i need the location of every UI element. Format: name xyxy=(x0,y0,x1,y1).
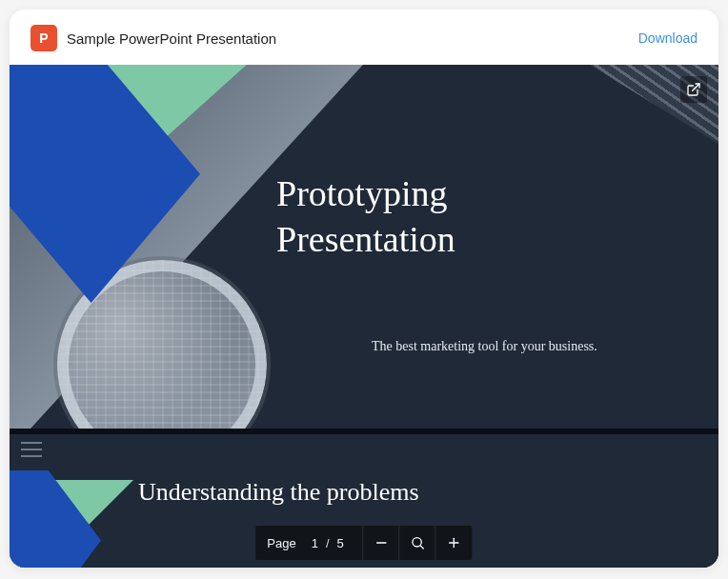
slides-area: Prototyping Presentation The best market… xyxy=(10,65,718,568)
svg-line-0 xyxy=(693,84,699,90)
powerpoint-icon-letter: P xyxy=(39,30,48,46)
plus-icon xyxy=(447,535,462,550)
zoom-reset-button[interactable] xyxy=(400,526,436,560)
open-external-button[interactable] xyxy=(680,76,707,103)
viewer-card: P Sample PowerPoint Presentation Downloa… xyxy=(10,10,718,568)
magnifier-icon xyxy=(410,535,425,550)
slide-2: Understanding the problems Page 1 / 5 xyxy=(10,434,718,568)
svg-point-2 xyxy=(413,538,421,547)
slide-1-subtitle: The best marketing tool for your busines… xyxy=(372,339,597,354)
zoom-out-button[interactable] xyxy=(364,526,400,560)
download-link[interactable]: Download xyxy=(638,30,698,46)
page-total: 5 xyxy=(330,536,352,550)
powerpoint-icon: P xyxy=(30,25,57,51)
slide-1-title-line1: Prototyping xyxy=(276,173,447,213)
slide-1-title-line2: Presentation xyxy=(276,219,455,259)
page-label: Page xyxy=(267,536,303,550)
page-indicator: Page 1 / 5 xyxy=(255,526,363,560)
zoom-in-button[interactable] xyxy=(436,526,473,560)
pagination-toolbar: Page 1 / 5 xyxy=(255,526,472,560)
page-current: 1 xyxy=(304,536,326,550)
minus-icon xyxy=(374,535,389,550)
header: P Sample PowerPoint Presentation Downloa… xyxy=(10,10,718,65)
open-external-icon xyxy=(686,82,701,97)
svg-line-3 xyxy=(420,546,423,549)
hamburger-menu-icon[interactable] xyxy=(21,442,42,457)
slide-1: Prototyping Presentation The best market… xyxy=(10,65,718,429)
document-title: Sample PowerPoint Presentation xyxy=(67,30,629,47)
slide-2-title: Understanding the problems xyxy=(138,478,419,507)
slide-1-title: Prototyping Presentation xyxy=(276,171,455,262)
